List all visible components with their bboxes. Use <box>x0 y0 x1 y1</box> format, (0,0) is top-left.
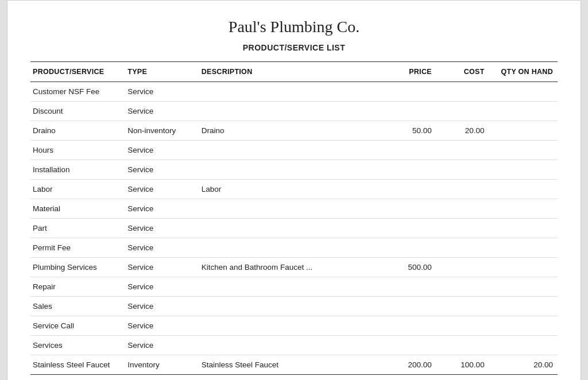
col-header-type: TYPE <box>125 62 199 82</box>
cell-description <box>199 277 384 297</box>
cell-product: Permit Fee <box>30 238 125 258</box>
table-row: Stainless Steel FaucetInventoryStainless… <box>30 355 558 375</box>
cell-price <box>384 219 436 238</box>
col-header-product: PRODUCT/SERVICE <box>30 62 125 82</box>
cell-cost: 100.00 <box>436 355 489 375</box>
cell-cost <box>436 277 489 297</box>
cell-product: Hours <box>30 141 125 160</box>
table-row: Service CallService <box>30 316 558 336</box>
cell-price <box>384 141 436 160</box>
cell-product: Part <box>30 219 125 238</box>
cell-product: Stainless Steel Faucet <box>30 355 125 375</box>
cell-product: Services <box>30 336 125 355</box>
cell-description <box>199 141 384 160</box>
cell-type: Service <box>125 297 199 316</box>
cell-qty <box>489 82 558 102</box>
cell-cost <box>436 297 489 316</box>
cell-type: Non-inventory <box>125 121 199 141</box>
table-row: LaborServiceLabor <box>30 180 558 199</box>
cell-type: Service <box>125 102 199 121</box>
cell-price <box>384 336 436 355</box>
table-row: Customer NSF FeeService <box>30 82 558 102</box>
cell-description <box>199 199 384 219</box>
cell-cost <box>436 82 489 102</box>
col-header-qty: QTY ON HAND <box>489 62 558 82</box>
cell-cost <box>436 238 489 258</box>
cell-description <box>199 160 384 180</box>
cell-qty <box>489 258 558 277</box>
cell-cost: 20.00 <box>436 121 489 141</box>
table-row: HoursService <box>30 141 558 160</box>
col-header-price: PRICE <box>384 62 436 82</box>
cell-price: 500.00 <box>384 258 436 277</box>
cell-qty <box>489 102 558 121</box>
cell-cost <box>436 102 489 121</box>
cell-qty <box>489 277 558 297</box>
cell-qty <box>489 238 558 258</box>
cell-price <box>384 82 436 102</box>
cell-price <box>384 297 436 316</box>
cell-cost <box>436 316 489 336</box>
cell-product: Service Call <box>30 316 125 336</box>
cell-type: Inventory <box>125 355 199 375</box>
cell-qty <box>489 219 558 238</box>
table-row: Plumbing ServicesServiceKitchen and Bath… <box>30 258 558 277</box>
cell-description: Kitchen and Bathroom Faucet ... <box>199 258 384 277</box>
cell-cost <box>436 160 489 180</box>
cell-type: Service <box>125 141 199 160</box>
cell-description <box>199 238 384 258</box>
cell-price <box>384 199 436 219</box>
cell-qty <box>489 199 558 219</box>
product-service-table: PRODUCT/SERVICE TYPE DESCRIPTION PRICE C… <box>30 62 558 375</box>
cell-cost <box>436 141 489 160</box>
cell-price <box>384 316 436 336</box>
cell-price: 50.00 <box>384 121 436 141</box>
cell-qty <box>489 141 558 160</box>
cell-qty <box>489 316 558 336</box>
cell-type: Service <box>125 336 199 355</box>
cell-type: Service <box>125 82 199 102</box>
cell-cost <box>436 258 489 277</box>
cell-description <box>199 219 384 238</box>
cell-description: Labor <box>199 180 384 199</box>
cell-description <box>199 82 384 102</box>
list-title: PRODUCT/SERVICE LIST <box>30 43 558 52</box>
cell-price <box>384 160 436 180</box>
cell-qty <box>489 336 558 355</box>
cell-type: Service <box>125 258 199 277</box>
cell-product: Sales <box>30 297 125 316</box>
cell-product: Draino <box>30 121 125 141</box>
cell-product: Repair <box>30 277 125 297</box>
cell-price: 200.00 <box>384 355 436 375</box>
cell-type: Service <box>125 219 199 238</box>
cell-description <box>199 316 384 336</box>
cell-type: Service <box>125 238 199 258</box>
cell-description <box>199 297 384 316</box>
cell-qty <box>489 180 558 199</box>
cell-cost <box>436 180 489 199</box>
cell-type: Service <box>125 160 199 180</box>
cell-qty <box>489 121 558 141</box>
table-row: MaterialService <box>30 199 558 219</box>
cell-description: Stainless Steel Faucet <box>199 355 384 375</box>
table-row: InstallationService <box>30 160 558 180</box>
cell-product: Discount <box>30 102 125 121</box>
page-container: Paul's Plumbing Co. PRODUCT/SERVICE LIST… <box>7 0 581 380</box>
cell-price <box>384 180 436 199</box>
table-row: Permit FeeService <box>30 238 558 258</box>
cell-description: Draino <box>199 121 384 141</box>
cell-qty: 20.00 <box>489 355 558 375</box>
cell-qty <box>489 160 558 180</box>
col-header-description: DESCRIPTION <box>199 62 384 82</box>
cell-price <box>384 238 436 258</box>
cell-qty <box>489 297 558 316</box>
cell-product: Material <box>30 199 125 219</box>
table-row: ServicesService <box>30 336 558 355</box>
cell-cost <box>436 199 489 219</box>
cell-product: Customer NSF Fee <box>30 82 125 102</box>
table-row: DrainoNon-inventoryDraino50.0020.00 <box>30 121 558 141</box>
cell-price <box>384 102 436 121</box>
cell-cost <box>436 219 489 238</box>
cell-product: Plumbing Services <box>30 258 125 277</box>
col-header-cost: COST <box>436 62 489 82</box>
